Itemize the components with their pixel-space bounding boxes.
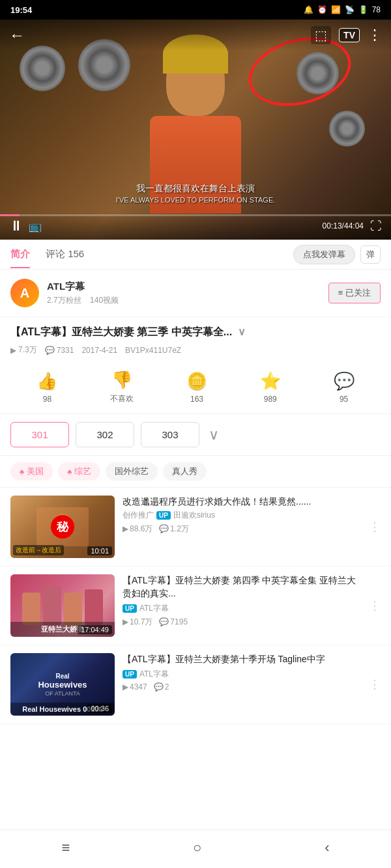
recommend-item-2[interactable]: 亚特兰大娇妻 17:04:49 【ATL字幕】亚特兰大娇妻 第四季 中英字幕全集… [0, 567, 391, 645]
meta-comments: 💬 7331 [45, 346, 74, 355]
more-icon-2[interactable]: ⋮ [369, 598, 381, 613]
danmu-toggle-button[interactable]: 弹 [360, 245, 381, 264]
recommend-item-1[interactable]: 秘 改造前→改造后 10:01 改造邋遢程序员进行求婚大作战！结果竟然.....… [0, 488, 391, 567]
recommend-title-1: 改造邋遢程序员进行求婚大作战！结果竟然...... [123, 496, 361, 509]
coin-icon: 🪙 [186, 371, 207, 391]
danmu-send-button[interactable]: 点我发弹幕 [293, 245, 355, 264]
sponsor-badge: 改造前→改造后 [13, 545, 64, 555]
favorite-button[interactable]: ⭐ 989 [260, 371, 281, 404]
comment-icon: 💬 [45, 346, 55, 355]
more-icon-1[interactable]: ⋮ [369, 520, 381, 534]
more-button[interactable]: ⋮ [368, 27, 382, 44]
tabs-section: 简介 评论 156 点我发弹幕 弹 [0, 240, 391, 270]
play-icon-3: ▶ [123, 682, 128, 692]
record-decoration-4 [329, 111, 365, 147]
thumb-duration-1: 10:01 [87, 546, 112, 555]
recommend-section: 秘 改造前→改造后 10:01 改造邋遢程序员进行求婚大作战！结果竟然.....… [0, 488, 391, 724]
episode-more-icon[interactable]: ∨ [209, 427, 219, 443]
status-time: 19:54 [10, 5, 32, 15]
recommend-up-2: UP ATL字幕 [123, 603, 361, 614]
title-expand-icon[interactable]: ∨ [238, 326, 246, 337]
episode-302[interactable]: 302 [76, 422, 134, 447]
stat-views-2: ▶ 10.7万 [123, 617, 152, 628]
more-icon-3[interactable]: ⋮ [369, 677, 381, 692]
comments-count: 156 [68, 248, 84, 259]
episode-301[interactable]: 301 [10, 422, 69, 447]
recommend-stats-1: ▶ 88.6万 💬 1.2万 [123, 524, 361, 535]
stat-views-3: ▶ 4347 [123, 682, 147, 692]
record-decoration-1 [20, 46, 65, 91]
subtitle-cn: 我一直都很喜欢在舞台上表演 [0, 183, 391, 195]
tag-variety[interactable]: 综艺 [58, 462, 100, 481]
like-button[interactable]: 👍 98 [36, 371, 57, 404]
comment-icon-2: 💬 [159, 617, 169, 626]
tag-usa[interactable]: 美国 [10, 462, 53, 481]
favorite-icon: ⭐ [260, 371, 281, 391]
time-display: 00:13/44:04 [323, 221, 364, 231]
tags-section: 美国 综艺 国外综艺 真人秀 [0, 456, 391, 488]
coin-button[interactable]: 🪙 163 [186, 371, 207, 404]
alarm-icon: ⏰ [317, 5, 327, 14]
episode-303[interactable]: 303 [141, 422, 199, 447]
author-info: ATL字幕 2.7万粉丝 140视频 [47, 281, 328, 306]
thumb-2: 亚特兰大娇妻 17:04:49 [10, 574, 115, 637]
share-count: 95 [340, 395, 348, 404]
thumb-1: 秘 改造前→改造后 10:01 [10, 496, 115, 558]
up-name-2: ATL字幕 [139, 603, 169, 614]
stat-comments-2: 💬 7195 [159, 617, 188, 628]
tab-intro[interactable]: 简介 [10, 240, 30, 268]
action-section: 👍 98 👎 不喜欢 🪙 163 ⭐ 989 💬 95 [0, 361, 391, 414]
tab-comments[interactable]: 评论 156 [46, 240, 84, 268]
video-bottom-bar: ⏸ 📺 00:13/44:04 ⛶ [0, 212, 391, 240]
play-icon-1: ▶ [123, 524, 128, 533]
thumb-person-2 [20, 583, 106, 628]
stat-comments-1: 💬 1.2万 [159, 524, 189, 535]
subtitle-en: I'VE ALWAYS LOVED TO PERFORM ON STAGE. [0, 196, 391, 204]
stat-comments-3: 💬 2 [154, 682, 169, 692]
video-bg [0, 20, 391, 240]
share-button[interactable]: 💬 95 [334, 371, 355, 404]
cast-button[interactable]: ⬚ [311, 26, 331, 44]
comment-icon-3: 💬 [154, 682, 164, 692]
meta-views: ▶ 7.3万 [10, 344, 37, 356]
comment-icon-1: 💬 [159, 524, 169, 533]
recommend-title-2: 【ATL字幕】亚特兰大娇妻 第四季 中英字幕全集 亚特兰大贵妇的真实... [123, 574, 361, 600]
up-badge-1: UP [156, 511, 171, 520]
pause-button[interactable]: ⏸ [9, 217, 23, 234]
like-count: 98 [43, 395, 51, 404]
stat-views-1: ▶ 88.6万 [123, 524, 152, 535]
like-icon: 👍 [36, 371, 57, 391]
up-name-1: 田逾欢sirius [173, 510, 215, 521]
tag-reality[interactable]: 真人秀 [163, 462, 207, 481]
wifi-icon: 📡 [345, 5, 355, 14]
secret-badge: 秘 [51, 515, 74, 539]
dislike-button[interactable]: 👎 不喜欢 [110, 370, 134, 404]
recommend-info-2: 【ATL字幕】亚特兰大娇妻 第四季 中英字幕全集 亚特兰大贵妇的真实... UP… [123, 574, 361, 637]
recommend-info-3: 【ATL字幕】亚特兰大娇妻第十季开场 Tagline中字 UP ATL字幕 ▶ … [123, 653, 361, 716]
rh-logo: Real Housewives OF ATLANTA [35, 670, 89, 699]
recommend-info-1: 改造邋遢程序员进行求婚大作战！结果竟然...... 创作推广 UP 田逾欢sir… [123, 496, 361, 558]
bilibili-logo: 📺 [29, 220, 42, 232]
tv-button[interactable]: TV [339, 28, 360, 42]
person-head [166, 44, 225, 116]
tag-usa-label: 美国 [27, 466, 44, 477]
meta-date: 2017-4-21 [81, 346, 117, 355]
recommend-title-3: 【ATL字幕】亚特兰大娇妻第十季开场 Tagline中字 [123, 653, 361, 666]
fullscreen-button[interactable]: ⛶ [370, 219, 382, 233]
author-avatar[interactable]: A [10, 279, 39, 307]
recommend-stats-2: ▶ 10.7万 💬 7195 [123, 617, 361, 628]
recommend-up-3: UP ATL字幕 [123, 669, 361, 680]
follow-button[interactable]: ≡ 已关注 [328, 283, 381, 303]
signal-icon: 📶 [331, 5, 341, 14]
tag-foreign-variety[interactable]: 国外综艺 [106, 462, 158, 481]
back-button[interactable]: ← [9, 26, 25, 44]
play-icon-2: ▶ [123, 617, 128, 626]
author-name: ATL字幕 [47, 281, 328, 293]
recommend-stats-3: ▶ 4347 💬 2 [123, 682, 361, 692]
recommend-item-3[interactable]: Real Housewives OF ATLANTA Real Housewiv… [0, 645, 391, 724]
subtitle-area: 我一直都很喜欢在舞台上表演 I'VE ALWAYS LOVED TO PERFO… [0, 183, 391, 204]
video-player[interactable]: ← ⬚ TV ⋮ 我一直都很喜欢在舞台上表演 I'VE ALWAYS LOVED… [0, 20, 391, 240]
up-badge-3: UP [123, 670, 137, 679]
tag-foreign-label: 国外综艺 [115, 466, 149, 476]
author-stats: 2.7万粉丝 140视频 [47, 295, 328, 306]
